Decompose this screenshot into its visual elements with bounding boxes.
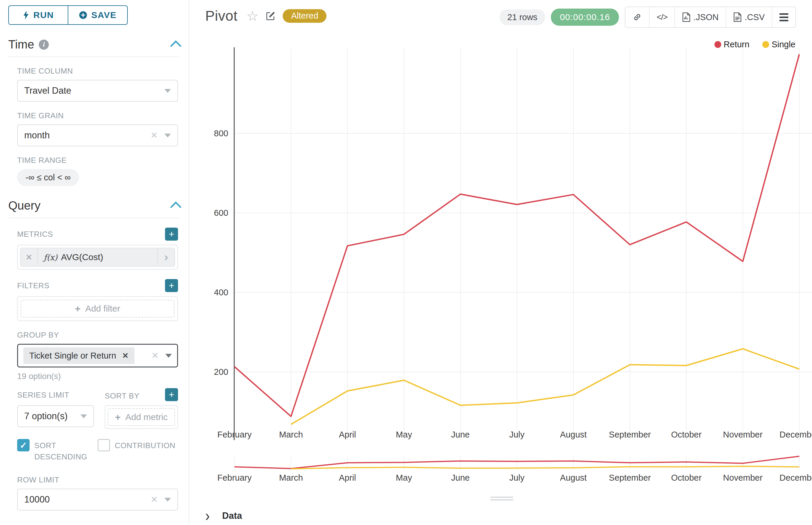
row-limit-label: ROW LIMIT	[17, 475, 178, 484]
sort-by-container: + Add metric	[105, 405, 178, 429]
time-section-title: Time	[8, 38, 34, 51]
x-tick-label: September	[609, 430, 651, 439]
export-csv-button[interactable]: .CSV	[726, 7, 772, 27]
y-tick-label: 400	[214, 288, 228, 297]
chevron-down-icon[interactable]	[80, 415, 87, 418]
favorite-star-icon[interactable]: ☆	[246, 9, 259, 23]
copy-link-button[interactable]	[625, 7, 650, 27]
mini-x-tick-label: September	[609, 473, 651, 482]
chevron-down-icon[interactable]	[164, 89, 171, 93]
metrics-container: ✕ ƒ(x) AVG(Cost) ›	[17, 245, 178, 270]
filters-label: FILTERS	[17, 281, 49, 290]
add-filter-button[interactable]: +	[165, 279, 178, 292]
y-tick-label: 200	[214, 367, 228, 377]
chevron-right-icon[interactable]: ›	[157, 248, 175, 266]
time-grain-select[interactable]: month ✕	[17, 124, 178, 146]
query-section-header[interactable]: Query	[8, 199, 180, 218]
contribution-option[interactable]: CONTRIBUTION	[98, 439, 181, 462]
json-file-icon	[682, 12, 691, 22]
group-by-options-hint: 19 option(s)	[17, 372, 178, 381]
chart-legend: Return Single	[714, 40, 795, 49]
code-icon: </>	[657, 13, 667, 22]
time-section-header[interactable]: Time i	[8, 38, 180, 57]
chart-header: Pivot ☆ Altered 21 rows 00:00:00.16 </> …	[189, 0, 812, 35]
sort-descending-checkbox[interactable]	[17, 439, 30, 451]
metrics-label: METRICS	[17, 230, 53, 239]
query-section-title: Query	[8, 199, 41, 212]
plus-icon: +	[75, 304, 80, 313]
data-panel-toggle[interactable]: › Data	[205, 509, 242, 523]
sort-by-label: SORT BY	[105, 391, 139, 401]
series-limit-label: SERIES LIMIT	[17, 390, 94, 401]
time-column-value: Travel Date	[24, 86, 71, 96]
edit-icon[interactable]	[266, 11, 276, 21]
line-chart: 200400600800FebruaryFebruaryMarchMarchAp…	[189, 0, 812, 525]
menu-icon	[780, 13, 788, 21]
time-grain-value: month	[24, 130, 50, 141]
filters-container: + Add filter	[17, 296, 178, 321]
mini-series-line-single	[291, 466, 799, 469]
sort-descending-label: SORT DESCENDING	[34, 439, 90, 462]
chevron-down-icon[interactable]	[164, 134, 171, 137]
time-range-label: TIME RANGE	[17, 156, 178, 165]
legend-item-single[interactable]: Single	[762, 40, 795, 49]
page-title: Pivot	[205, 8, 237, 24]
time-column-select[interactable]: Travel Date	[17, 80, 178, 102]
mini-x-tick-label: November	[723, 473, 763, 482]
sort-descending-option[interactable]: SORT DESCENDING	[17, 439, 94, 462]
export-json-label: .JSON	[693, 12, 719, 22]
run-button[interactable]: RUN	[8, 5, 68, 25]
add-filter-dropzone[interactable]: + Add filter	[21, 300, 175, 317]
more-options-button[interactable]	[772, 7, 795, 27]
plus-icon: +	[115, 412, 121, 422]
view-query-button[interactable]: </>	[650, 7, 675, 27]
mini-x-tick-label: February	[217, 473, 252, 482]
save-button[interactable]: SAVE	[68, 5, 128, 25]
time-range-pill[interactable]: -∞ ≤ col < ∞	[17, 169, 79, 186]
row-limit-select[interactable]: 10000 ✕	[17, 489, 178, 511]
x-tick-label: May	[396, 430, 412, 439]
clear-icon[interactable]: ✕	[151, 351, 159, 360]
chevron-right-icon: ›	[205, 508, 210, 524]
remove-metric-icon[interactable]: ✕	[21, 248, 38, 266]
link-icon	[633, 12, 642, 22]
remove-tag-icon[interactable]: ✕	[122, 351, 129, 360]
chevron-down-icon[interactable]	[164, 498, 171, 501]
export-json-button[interactable]: .JSON	[675, 7, 726, 27]
contribution-checkbox[interactable]	[98, 439, 110, 451]
row-limit-value: 10000	[24, 494, 50, 505]
single-series-dot	[762, 41, 769, 48]
add-metric-button[interactable]: +	[165, 228, 178, 241]
add-sort-metric-dropzone[interactable]: + Add metric	[108, 408, 175, 426]
series-line-single[interactable]	[291, 349, 799, 424]
chevron-up-icon[interactable]	[170, 201, 181, 212]
add-filter-placeholder: Add filter	[85, 304, 120, 314]
return-series-dot	[714, 41, 721, 48]
chevron-down-icon[interactable]	[165, 354, 172, 358]
x-tick-label: August	[560, 430, 587, 439]
group-by-tag[interactable]: Ticket Single or Return ✕	[23, 347, 135, 364]
clear-icon[interactable]: ✕	[150, 495, 158, 504]
add-sort-metric-button[interactable]: +	[165, 388, 178, 401]
group-by-select[interactable]: Ticket Single or Return ✕ ✕	[17, 344, 178, 368]
query-timer-badge: 00:00:00.16	[551, 9, 619, 26]
csv-file-icon	[733, 12, 742, 22]
resize-handle[interactable]	[490, 497, 513, 502]
x-tick-label: April	[339, 430, 356, 439]
x-tick-label: October	[671, 430, 702, 439]
mini-x-tick-label: August	[560, 473, 587, 482]
data-panel-label: Data	[222, 511, 242, 521]
run-save-group: RUN SAVE	[8, 5, 128, 25]
run-button-label: RUN	[33, 10, 54, 20]
control-panel: RUN SAVE Time i TIME COLUMN Travel Date …	[0, 0, 189, 525]
plus-circle-icon	[79, 11, 87, 19]
series-limit-select[interactable]: 7 option(s)	[17, 405, 94, 427]
y-tick-label: 600	[214, 208, 228, 217]
metric-pill[interactable]: ✕ ƒ(x) AVG(Cost) ›	[20, 248, 175, 267]
chevron-up-icon[interactable]	[170, 40, 181, 51]
x-tick-label: March	[279, 430, 303, 439]
export-toolbar: </> .JSON .CSV	[625, 6, 796, 28]
legend-item-return[interactable]: Return	[714, 40, 749, 49]
explore-view: RUN SAVE Time i TIME COLUMN Travel Date …	[0, 0, 812, 525]
clear-icon[interactable]: ✕	[150, 131, 158, 140]
